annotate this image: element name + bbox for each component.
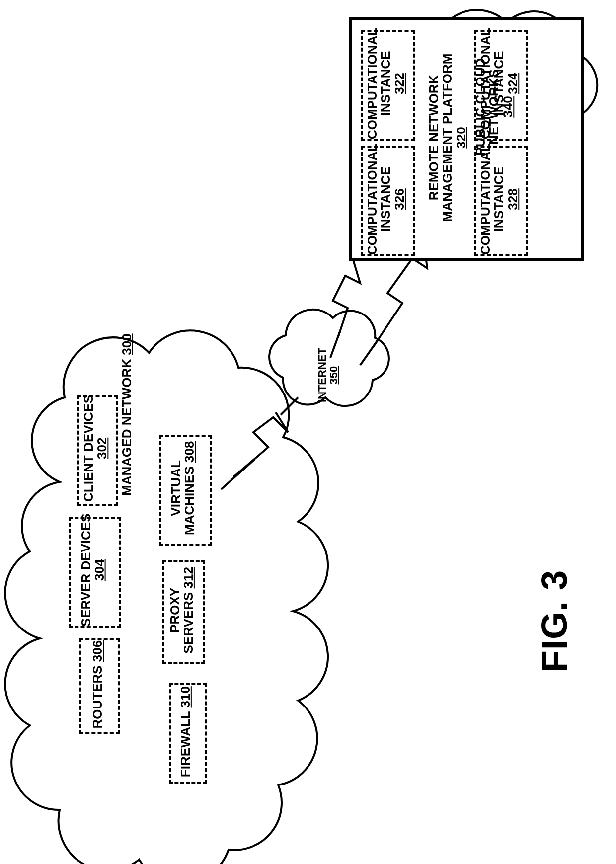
server-devices-label: SERVER DEVICES304 xyxy=(79,514,107,627)
virtual-machines-label: VIRTUAL MACHINES 308 xyxy=(170,441,197,535)
routers-label: ROUTERS 306 xyxy=(91,640,104,729)
figure-label: FIG. 3 xyxy=(534,570,575,672)
client-devices-label: CLIENT DEVICES302 xyxy=(82,395,109,502)
proxy-servers-label: PROXYSERVERS 312 xyxy=(168,567,196,653)
internet-label: INTERNET 350 xyxy=(316,348,339,402)
figure-canvas: FIG. 3 REMOTE NETWORK MANAGEMENT PLATFOR… xyxy=(0,0,616,864)
firewall-label: FIREWALL 310 xyxy=(179,686,192,777)
public-cloud-label: PUBLIC CLOUD NETWORKS 340 xyxy=(474,58,515,156)
link-internet-platform xyxy=(333,258,360,338)
ci-326-label: COMPUTATIONAL INSTANCE 326 xyxy=(366,143,406,254)
managed-network-cloud xyxy=(23,321,279,805)
svg-line-0 xyxy=(221,460,254,489)
ci-322-label: COMPUTATIONAL INSTANCE 322 xyxy=(366,27,406,139)
managed-network-title: MANAGED NETWORK 300 xyxy=(120,334,133,496)
link-firewall-internet xyxy=(233,412,288,477)
